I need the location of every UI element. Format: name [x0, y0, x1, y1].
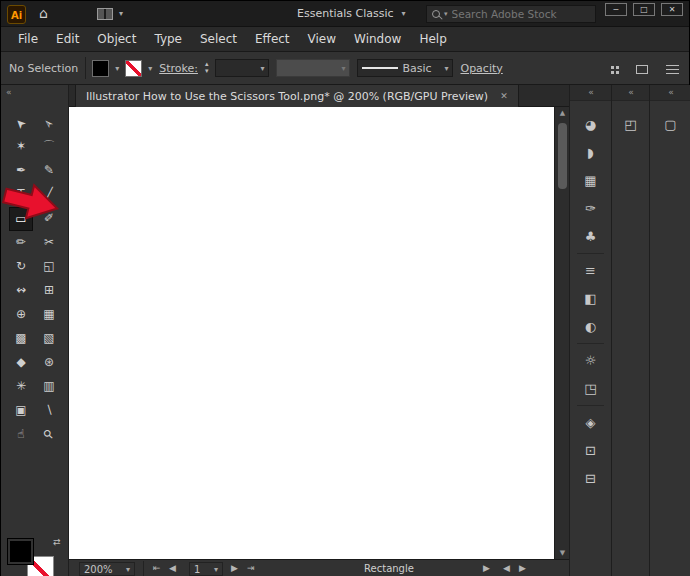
- gradient-tool[interactable]: ▧: [37, 327, 61, 351]
- brushes-panel-icon[interactable]: ✑: [578, 197, 604, 221]
- zoom-dropdown[interactable]: 200% ▾: [79, 562, 135, 576]
- stepper-down-icon[interactable]: ▾: [205, 68, 209, 75]
- column-graph-tool[interactable]: ▥: [37, 375, 61, 399]
- asset-export-panel-icon[interactable]: ⊟: [578, 467, 604, 491]
- search-input[interactable]: [452, 8, 590, 20]
- first-artboard-button[interactable]: ⇤: [153, 563, 161, 573]
- artboards-panel-icon[interactable]: ⊡: [578, 439, 604, 463]
- scissors-tool[interactable]: ✂: [37, 231, 61, 255]
- stroke-panel-link[interactable]: Stroke:: [159, 62, 198, 75]
- symbols-panel-icon[interactable]: ♣: [578, 225, 604, 249]
- menu-window[interactable]: Window: [345, 32, 410, 46]
- next-artboard-button[interactable]: ▶: [231, 563, 238, 573]
- document-tab[interactable]: Illustrator How to Use the Scissors Tool…: [75, 85, 519, 107]
- previous-artboard-button[interactable]: ◀: [169, 563, 176, 573]
- arrange-window-icon[interactable]: [636, 65, 648, 74]
- home-icon[interactable]: ⌂: [39, 5, 48, 21]
- minimize-button[interactable]: ─: [605, 3, 627, 16]
- scroll-left-icon[interactable]: ◀: [503, 563, 510, 573]
- rotate-tool[interactable]: ↻: [9, 255, 33, 279]
- control-bar-menu-icon[interactable]: [666, 65, 679, 66]
- perspective-grid-tool[interactable]: ▦: [37, 303, 61, 327]
- fill-swatch[interactable]: [8, 539, 33, 564]
- collapse-tools-icon[interactable]: «: [6, 87, 12, 97]
- workspace-switcher[interactable]: Essentials Classic ▾: [297, 7, 406, 20]
- hand-tool[interactable]: ☝: [9, 423, 33, 447]
- expand-panels-icon[interactable]: «: [570, 85, 611, 101]
- brush-stroke-preview: [362, 67, 398, 69]
- stroke-weight-stepper[interactable]: ▴ ▾: [205, 61, 209, 75]
- magic-wand-tool[interactable]: ✶: [9, 135, 33, 159]
- chevron-down-icon: ▾: [260, 64, 264, 73]
- mesh-tool[interactable]: ▩: [9, 327, 33, 351]
- brush-definition-dropdown[interactable]: Basic ▾: [357, 59, 453, 77]
- swatches-panel-icon[interactable]: ▦: [578, 169, 604, 193]
- libraries-panel-icon[interactable]: ◰: [618, 113, 644, 137]
- expand-panels-icon[interactable]: «: [650, 85, 690, 101]
- chevron-down-icon[interactable]: ▾: [115, 64, 119, 73]
- scroll-right-icon[interactable]: ▶: [519, 563, 526, 573]
- last-artboard-button[interactable]: ⇥: [247, 563, 255, 573]
- lasso-tool[interactable]: ⌒: [37, 135, 61, 159]
- width-tool[interactable]: ↭: [9, 279, 33, 303]
- menu-edit[interactable]: Edit: [47, 32, 88, 46]
- opacity-link[interactable]: Opacity: [460, 62, 502, 75]
- vertical-scroll-thumb[interactable]: [558, 123, 567, 189]
- gradient-panel-icon[interactable]: ◧: [578, 287, 604, 311]
- app-logo[interactable]: Ai: [7, 5, 26, 24]
- document-setup-grid-icon[interactable]: [611, 66, 614, 69]
- artboard-number-dropdown[interactable]: 1 ▾: [189, 562, 223, 576]
- menu-type[interactable]: Type: [145, 32, 191, 46]
- scale-tool[interactable]: ◱: [37, 255, 61, 279]
- artboard-canvas[interactable]: [69, 107, 554, 559]
- tab-close-icon[interactable]: ✕: [500, 91, 508, 101]
- stroke-color-swatch[interactable]: [126, 61, 141, 76]
- panel-dock-secondary: « ◰: [611, 85, 649, 576]
- transparency-panel-icon[interactable]: ◐: [578, 315, 604, 339]
- blend-tool[interactable]: ⊛: [37, 351, 61, 375]
- arrange-documents-icon[interactable]: [97, 8, 113, 20]
- maximize-button[interactable]: □: [633, 3, 655, 16]
- fill-color-swatch[interactable]: [93, 61, 108, 76]
- free-transform-tool[interactable]: ⊞: [37, 279, 61, 303]
- chevron-down-icon[interactable]: ▾: [148, 64, 152, 73]
- graphic-styles-panel-icon[interactable]: ◳: [578, 377, 604, 401]
- properties-panel-icon[interactable]: ▢: [658, 113, 684, 137]
- color-guide-panel-icon[interactable]: ◗: [578, 141, 604, 165]
- stroke-weight-dropdown[interactable]: ▾: [215, 59, 269, 77]
- illustrator-window: Ai ⌂ ▾ Essentials Classic ▾ ▾ ─ □ ✕ File…: [0, 0, 690, 576]
- menu-view[interactable]: View: [299, 32, 345, 46]
- chevron-down-icon: ▾: [214, 565, 218, 574]
- symbol-sprayer-tool[interactable]: ✳: [9, 375, 33, 399]
- menu-effect[interactable]: Effect: [246, 32, 299, 46]
- width-profile-dropdown: ▾: [276, 59, 350, 77]
- menu-bar: File Edit Object Type Select Effect View…: [1, 27, 689, 51]
- eyedropper-tool[interactable]: ◆: [9, 351, 33, 375]
- status-flyout-icon[interactable]: ▶: [483, 563, 490, 573]
- panel-dock-main: « ◕ ◗ ▦ ✑ ♣ ≡ ◧ ◐ ☼ ◳ ◈ ⊡ ⊟: [569, 85, 611, 576]
- menu-select[interactable]: Select: [191, 32, 246, 46]
- stroke-panel-icon[interactable]: ≡: [578, 259, 604, 283]
- scroll-down-icon[interactable]: ▼: [555, 549, 570, 557]
- swap-fill-stroke-icon[interactable]: ⇄: [53, 537, 61, 547]
- pencil-tool[interactable]: ✏: [9, 231, 33, 255]
- divider: [577, 253, 604, 254]
- menu-file[interactable]: File: [9, 32, 47, 46]
- menu-object[interactable]: Object: [88, 32, 145, 46]
- stock-search[interactable]: ▾: [426, 5, 596, 23]
- expand-panels-icon[interactable]: «: [612, 85, 649, 101]
- menu-help[interactable]: Help: [410, 32, 455, 46]
- curvature-tool[interactable]: ✎: [37, 159, 61, 183]
- chevron-down-icon: ▾: [444, 10, 448, 18]
- zoom-tool[interactable]: ⚲: [32, 418, 66, 452]
- divider: [85, 57, 86, 79]
- layers-panel-icon[interactable]: ◈: [578, 411, 604, 435]
- vertical-scrollbar[interactable]: ▲ ▼: [554, 107, 569, 559]
- close-button[interactable]: ✕: [661, 3, 683, 16]
- appearance-panel-icon[interactable]: ☼: [578, 349, 604, 373]
- pen-tool[interactable]: ✒: [9, 159, 33, 183]
- shape-builder-tool[interactable]: ⊕: [9, 303, 33, 327]
- scroll-up-icon[interactable]: ▲: [555, 109, 570, 117]
- artboard-tool[interactable]: ▣: [9, 399, 33, 423]
- color-panel-icon[interactable]: ◕: [578, 113, 604, 137]
